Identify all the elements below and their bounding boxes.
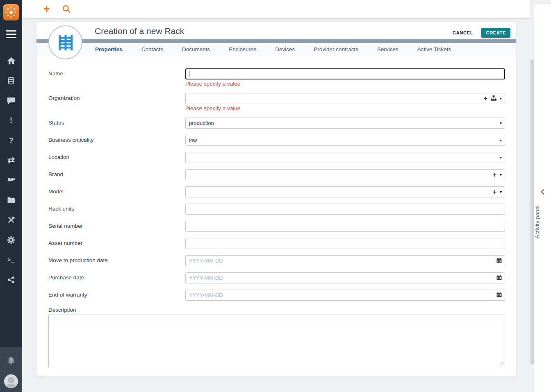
header-band	[36, 39, 516, 43]
name-error: Please specify a value	[185, 81, 505, 87]
organization-error: Please specify a value	[185, 105, 505, 111]
rack-icon	[56, 33, 75, 52]
avatar	[4, 374, 18, 388]
tab-provider-contracts[interactable]: Provider contracts	[314, 46, 358, 52]
gear-icon[interactable]	[0, 230, 22, 250]
caret-down-icon[interactable]: ▾	[500, 155, 502, 160]
top-toolbar: +	[22, 0, 531, 18]
field-label-rack-units: Rack units	[48, 204, 185, 215]
end-of-warranty-date-input[interactable]	[185, 290, 505, 301]
move-to-production-date-input[interactable]	[185, 255, 505, 266]
header-actions: CANCEL CREATE	[450, 28, 510, 38]
tab-services[interactable]: Services	[377, 46, 398, 52]
field-label-brand: Brand	[48, 169, 185, 180]
chevron-left-icon[interactable]	[534, 189, 551, 196]
field-label-asset-number: Asset number	[48, 238, 185, 249]
status-select[interactable]: production	[185, 118, 505, 129]
field-label-description: Description	[48, 307, 505, 313]
object-medallion	[48, 25, 82, 59]
sidebar-footer	[0, 347, 22, 392]
exclamation-icon[interactable]: !	[0, 111, 22, 131]
field-label-location: Location	[48, 152, 185, 163]
plus-icon[interactable]: +	[493, 172, 496, 178]
description-textarea[interactable]	[48, 315, 505, 368]
search-icon[interactable]	[59, 5, 74, 14]
plus-icon[interactable]: +	[493, 189, 496, 195]
asset-number-input[interactable]	[185, 238, 505, 249]
itop-logo[interactable]	[3, 4, 19, 20]
field-label-move-to-production-date: Move to production date	[48, 255, 185, 266]
tab-documents[interactable]: Documents	[182, 46, 210, 52]
page-title: Creation of a new Rack	[95, 26, 184, 36]
hamburger-icon[interactable]	[6, 30, 16, 40]
tab-bar: Properties Contacts Documents Enclosures…	[36, 43, 516, 56]
hierarchy-icon[interactable]	[491, 95, 496, 102]
location-select[interactable]	[185, 152, 505, 163]
purchase-date-input[interactable]	[185, 272, 505, 283]
cancel-button[interactable]: CANCEL	[450, 29, 476, 37]
tab-devices[interactable]: Devices	[275, 46, 295, 52]
organization-input[interactable]	[185, 93, 505, 104]
field-label-name: Name	[48, 68, 185, 87]
tools-icon[interactable]	[0, 210, 22, 230]
text-cursor	[189, 71, 189, 77]
tab-enclosures[interactable]: Enclosures	[229, 46, 256, 52]
calendar-icon[interactable]	[496, 274, 502, 282]
home-icon[interactable]	[0, 51, 22, 71]
field-label-organization: Organization	[48, 93, 185, 111]
create-button[interactable]: CREATE	[481, 28, 510, 38]
question-icon[interactable]: ?	[0, 130, 22, 150]
scrollbar-thumb[interactable]	[531, 59, 534, 365]
terminal-icon[interactable]: >_	[0, 250, 22, 270]
caret-down-icon[interactable]: ▾	[500, 172, 502, 177]
sidebar-nav: ! ? ⇄	[0, 51, 22, 290]
tab-properties[interactable]: Properties	[95, 46, 123, 52]
calendar-icon[interactable]	[496, 257, 502, 265]
name-input[interactable]	[185, 68, 505, 79]
caret-down-icon[interactable]: ▾	[500, 190, 502, 194]
user-avatar[interactable]	[0, 371, 22, 392]
card-header: Creation of a new Rack CANCEL CREATE	[36, 22, 516, 39]
plus-icon[interactable]: +	[39, 1, 54, 17]
activity-panel-label: Activity panel	[534, 199, 551, 245]
model-input[interactable]	[185, 186, 505, 197]
bell-icon[interactable]	[0, 351, 22, 371]
sidebar: ! ? ⇄	[0, 0, 22, 392]
share-icon[interactable]	[0, 270, 22, 290]
description-block: Description	[48, 307, 505, 368]
properties-form: Name Please specify a value Organization…	[48, 68, 505, 368]
tab-active-tickets[interactable]: Active Tickets	[417, 46, 451, 52]
plus-icon[interactable]: +	[484, 95, 487, 102]
caret-down-icon[interactable]: ▾	[500, 138, 502, 143]
field-label-business-criticality: Business criticality	[48, 135, 185, 146]
business-criticality-select[interactable]: low	[185, 135, 505, 146]
brand-input[interactable]	[185, 169, 505, 180]
field-label-model: Model	[48, 186, 185, 197]
calendar-icon[interactable]	[496, 292, 502, 299]
object-creation-card: Creation of a new Rack CANCEL CREATE Pro…	[36, 21, 517, 377]
caret-down-icon[interactable]: ▾	[500, 96, 502, 101]
hand-icon[interactable]	[0, 170, 22, 190]
field-label-purchase-date: Purchase date	[48, 272, 185, 283]
rack-units-input[interactable]	[185, 204, 505, 215]
itop-logo-icon	[5, 6, 17, 18]
folder-icon[interactable]	[0, 190, 22, 210]
activity-panel-collapsed[interactable]: Activity panel	[534, 3, 551, 392]
serial-number-input[interactable]	[185, 221, 505, 232]
database-icon[interactable]	[0, 71, 22, 91]
field-label-serial-number: Serial number	[48, 221, 185, 232]
resize-handle-icon[interactable]	[500, 360, 504, 367]
transfer-arrows-icon[interactable]: ⇄	[0, 150, 22, 170]
chat-icon[interactable]	[0, 91, 22, 111]
field-label-status: Status	[48, 118, 185, 129]
tab-contacts[interactable]: Contacts	[141, 46, 163, 52]
field-label-end-of-warranty: End of warranty	[48, 290, 185, 301]
caret-down-icon[interactable]: ▾	[500, 121, 502, 125]
